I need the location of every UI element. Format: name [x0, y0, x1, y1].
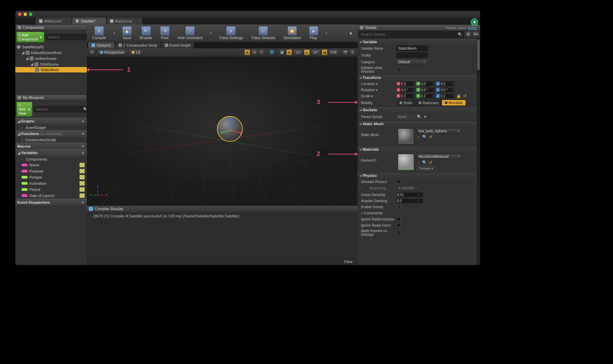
tab-mainlevel-1[interactable]: MainLevel [36, 18, 72, 24]
play-button[interactable]: ▶ Play [308, 26, 319, 40]
scale-snap-toggle[interactable]: ◨ [321, 49, 328, 55]
play-dropdown-icon[interactable]: ▼ [325, 32, 328, 35]
linear-damping-input[interactable]: ⇕ [396, 193, 423, 197]
details-view-options-button[interactable]: 👁▾ [473, 31, 479, 37]
class-defaults-button[interactable]: ☑ Class Defaults [250, 26, 277, 40]
tab-mainlevel-2[interactable]: MainLevel [107, 18, 142, 24]
hide-unrelated-button[interactable]: ⤴ Hide Unrelated [176, 26, 204, 40]
enable-gravity-checkbox[interactable] [396, 205, 400, 209]
static-mesh-thumbnail[interactable] [398, 128, 414, 145]
window-maximize-button[interactable] [29, 13, 32, 16]
scale-mode-button[interactable]: ⤢ [258, 49, 265, 55]
window-titlebar[interactable] [15, 11, 480, 18]
var-item-inclination[interactable]: Inclination [15, 180, 87, 186]
materials-section-header[interactable]: Materials [358, 146, 480, 152]
variable-name-field[interactable] [396, 46, 428, 51]
gizmo-y-axis[interactable] [222, 130, 233, 133]
scale-z-input[interactable]: Z⇕ [436, 94, 454, 98]
scrollbar-thumb[interactable] [477, 39, 480, 70]
tree-item-self[interactable]: Satellite(self) [15, 44, 87, 50]
rotation-z-input[interactable]: Z⇕ [436, 88, 454, 92]
tree-item-orbitscene[interactable]: ◢ OrbitScene [15, 61, 87, 67]
variables-section-header[interactable]: ◢ Variables ＋ [15, 149, 87, 156]
static-mesh-asset-dropdown[interactable]: low_poly_sphere [417, 128, 461, 134]
find-button[interactable]: 🔎 Find [159, 26, 171, 40]
angular-damping-input[interactable]: ⇕ [396, 199, 423, 203]
scale-lock-icon[interactable]: 🔒 [456, 94, 462, 98]
window-minimize-button[interactable] [23, 13, 27, 16]
my-blueprint-search-input[interactable] [34, 106, 89, 112]
var-visibility-toggle[interactable] [79, 169, 85, 173]
location-y-input[interactable]: Y⇕ [416, 82, 435, 86]
add-macro-button[interactable]: ＋ [81, 144, 85, 149]
surface-snap-button[interactable]: ▦ [279, 49, 285, 55]
viewport-3d[interactable]: 1 3 2 [87, 56, 358, 205]
tree-item-staticmesh[interactable]: StaticMesh [15, 67, 87, 72]
var-item-perigee[interactable]: Perigee [15, 174, 87, 180]
details-search-input[interactable] [359, 31, 464, 37]
add-dispatcher-button[interactable]: ＋ [81, 200, 85, 205]
location-z-input[interactable]: Z⇕ [436, 82, 454, 86]
compile-button[interactable]: ⚙ Compile [91, 26, 107, 40]
translate-mode-button[interactable]: ✥ [244, 49, 250, 55]
compiler-results-header[interactable]: Compiler Results [87, 206, 358, 212]
simulate-physics-checkbox[interactable] [396, 180, 400, 184]
variable-section-header[interactable]: Variable [358, 39, 480, 45]
expand-icon[interactable]: ◢ [21, 50, 24, 55]
rotation-snap-toggle[interactable]: ∠ [304, 49, 310, 55]
material-thumbnail[interactable] [398, 154, 414, 170]
expand-icon[interactable]: ◢ [26, 56, 28, 61]
ignore-radial-force-checkbox[interactable] [396, 223, 400, 227]
parent-class-link[interactable]: Actor [468, 26, 477, 30]
scale-snap-value[interactable]: 0.25 [329, 49, 338, 55]
socket-clear-icon[interactable]: ✕ [424, 115, 427, 119]
var-item-period[interactable]: Period [15, 186, 87, 193]
scale-x-input[interactable]: X⇕ [396, 94, 415, 98]
mobility-movable-button[interactable]: Movable [442, 100, 466, 105]
scale-reset-button[interactable]: ↺ [463, 94, 467, 98]
rotation-snap-value[interactable]: 10° [311, 49, 320, 55]
var-visibility-toggle[interactable] [79, 187, 85, 192]
var-visibility-toggle[interactable] [79, 175, 85, 180]
viewport-menu-button[interactable]: ▾ [89, 49, 95, 55]
socket-browse-icon[interactable]: 🔍 [417, 115, 422, 119]
browse-button[interactable]: 🔍 Browse [138, 26, 154, 40]
constraints-label[interactable]: ▹ Constraints [360, 211, 395, 215]
clear-button[interactable]: Clear [87, 258, 358, 265]
material-browse-icon[interactable]: 🔍 [422, 160, 427, 165]
window-close-button[interactable] [18, 13, 21, 16]
transform-section-header[interactable]: Transform [358, 75, 480, 81]
asset-browse-icon[interactable]: 🔍 [422, 135, 427, 139]
camera-speed-value[interactable]: 4 [349, 49, 356, 55]
mobility-static-button[interactable]: Static [397, 100, 416, 105]
physics-section-header[interactable]: Physics [358, 172, 480, 179]
macros-section-header[interactable]: Macros ＋ [15, 143, 87, 149]
hide-unrelated-dropdown-icon[interactable]: ▼ [209, 32, 212, 35]
grid-snap-value[interactable]: 10 [293, 49, 303, 55]
location-x-input[interactable]: X⇕ [396, 82, 415, 86]
selected-sphere-mesh[interactable] [217, 116, 243, 142]
rotate-mode-button[interactable]: ⟲ [251, 49, 257, 55]
camera-speed-icon[interactable]: 📷 [342, 49, 348, 55]
tree-item-defaultsceneroot[interactable]: ◢ DefaultSceneRoot [15, 50, 87, 55]
var-item-name[interactable]: Name [15, 162, 87, 168]
add-component-button[interactable]: + Add Component [16, 32, 44, 43]
subtab-event-graph[interactable]: Event Graph [161, 42, 194, 48]
mobility-stationary-button[interactable]: Stationary [416, 100, 442, 105]
toolbar-overflow-button[interactable]: ›› [349, 30, 353, 37]
my-blueprint-header[interactable]: My Blueprint [15, 95, 87, 101]
subtab-construction-script[interactable]: ƒ Construction Scrip [115, 42, 161, 48]
functions-section-header[interactable]: ◢ Functions (18 Overridable) ＋ [15, 130, 87, 137]
expand-icon[interactable]: ◢ [30, 62, 33, 66]
coord-system-button[interactable]: 🌐 [269, 49, 275, 55]
tree-item-inclinescene[interactable]: ◢ InclineScene [15, 55, 87, 61]
components-panel-header[interactable]: Components [15, 24, 87, 31]
subtab-viewport[interactable]: Viewport [88, 42, 114, 48]
class-settings-button[interactable]: ⚙ Class Settings [218, 26, 244, 40]
add-variable-button[interactable]: ＋ [81, 150, 85, 155]
grid-snap-toggle[interactable]: ⊞ [286, 49, 292, 55]
details-scrollbar[interactable] [477, 38, 480, 265]
parent-socket-field[interactable]: None [396, 114, 415, 119]
var-item-purpose[interactable]: Purpose [15, 168, 87, 174]
var-visibility-toggle[interactable] [79, 163, 85, 167]
